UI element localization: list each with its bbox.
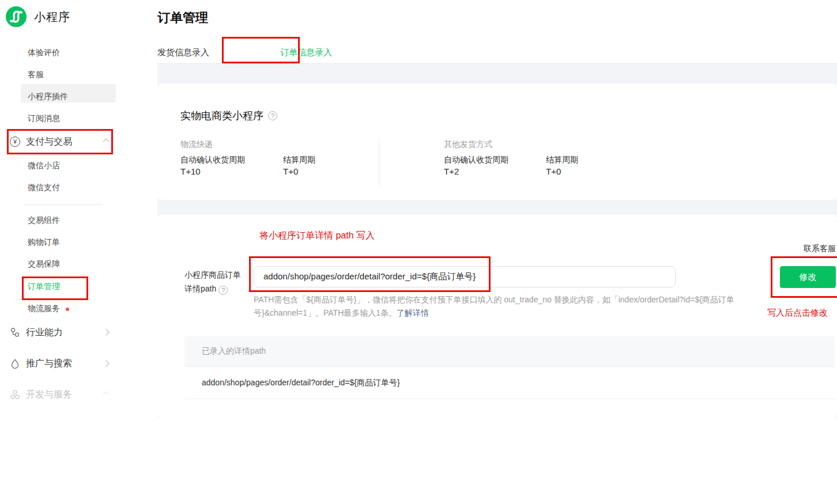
section-title: 实物电商类小程序 xyxy=(180,109,263,123)
help-question-icon[interactable]: ? xyxy=(218,286,228,295)
sidebar-item-customer-service[interactable]: 客服 xyxy=(0,64,157,86)
develop-service-icon xyxy=(10,389,20,400)
chevron-right-icon xyxy=(103,329,109,335)
entered-path-table: 已录入的详情path addon/shop/pages/order/detail… xyxy=(184,336,835,399)
metric-label: 自动确认收货周期 xyxy=(444,155,508,165)
sidebar-item-subscribe-message[interactable]: 订阅消息 xyxy=(0,108,157,130)
learn-more-link[interactable]: 了解详情 xyxy=(397,308,429,317)
sidebar-item-payment-and-trade[interactable]: ¥ 支付与交易 xyxy=(0,131,157,153)
promotion-search-icon xyxy=(10,358,20,369)
page: 小程序 体验评价 客服 小程序插件 订阅消息 ¥ 支付与交易 微信小店 微信支付… xyxy=(0,0,837,504)
field-label: 小程序商品订单 详情path? xyxy=(184,268,241,295)
sidebar-item-develop-and-service[interactable]: 开发与服务 xyxy=(0,384,157,406)
sidebar-item-experience-review[interactable]: 体验评价 xyxy=(0,42,157,64)
yen-circle-icon: ¥ xyxy=(10,137,20,147)
path-input[interactable] xyxy=(254,266,676,287)
sidebar-item-plugin[interactable]: 小程序插件 xyxy=(0,86,157,108)
app-logo-row: 小程序 xyxy=(6,6,70,27)
sidebar-item-industry-ability[interactable]: 行业能力 xyxy=(0,321,157,343)
page-title: 订单管理 xyxy=(157,9,208,26)
group-name-logistics-express: 物流快递 xyxy=(180,139,213,150)
chevron-up-icon xyxy=(103,138,109,145)
tab-bar: 发货信息录入 订单信息录入 xyxy=(157,47,332,58)
table-row: addon/shop/pages/order/detail?order_id=$… xyxy=(184,367,835,399)
chevron-right-icon xyxy=(103,360,109,366)
panel-path-entry: 将小程序订单详情 path 写入 联系客服 小程序商品订单 详情path? PA… xyxy=(157,215,837,418)
app-title: 小程序 xyxy=(34,9,70,25)
panel-overview: 实物电商类小程序 ? 物流快递 自动确认收货周期 T+10 结算周期 T+0 其… xyxy=(157,84,837,200)
table-header: 已录入的详情path xyxy=(184,336,835,367)
red-annotation-text: 将小程序订单详情 path 写入 xyxy=(259,230,375,242)
metric-value: T+0 xyxy=(283,166,298,176)
industry-ability-icon xyxy=(10,327,20,338)
sidebar-item-shopping-order[interactable]: 购物订单 xyxy=(0,232,157,253)
red-dot-badge xyxy=(66,308,69,311)
tab-order-info-entry[interactable]: 订单信息录入 xyxy=(280,47,332,58)
group-name-other-shipping: 其他发货方式 xyxy=(444,139,492,150)
help-text: PATH需包含「${商品订单号}」，微信将把你在支付预下单接口填入的 out_t… xyxy=(254,293,761,319)
sidebar: 小程序 体验评价 客服 小程序插件 订阅消息 ¥ 支付与交易 微信小店 微信支付… xyxy=(0,0,157,418)
sidebar-item-trade-component[interactable]: 交易组件 xyxy=(0,210,157,232)
metric-label: 结算周期 xyxy=(283,155,315,165)
sidebar-item-order-management[interactable]: 订单管理 xyxy=(0,276,157,298)
metric-label: 自动确认收货周期 xyxy=(180,155,245,165)
modify-button[interactable]: 修改 xyxy=(780,266,836,288)
sidebar-divider xyxy=(23,204,103,205)
tab-shipping-info-entry[interactable]: 发货信息录入 xyxy=(157,47,209,58)
metric-value: T+10 xyxy=(180,166,201,176)
wechat-miniprogram-logo-icon xyxy=(6,6,27,27)
metric-value: T+2 xyxy=(444,166,459,176)
metric-value: T+0 xyxy=(546,166,561,176)
sidebar-item-wechat-shop[interactable]: 微信小店 xyxy=(0,155,157,177)
sidebar-item-logistics-service[interactable]: 物流服务 xyxy=(0,298,157,320)
vertical-divider xyxy=(379,138,379,186)
contact-support-link[interactable]: 联系客服 xyxy=(804,244,836,254)
red-caption-text: 写入后点击修改 xyxy=(767,308,828,319)
help-question-icon[interactable]: ? xyxy=(268,111,277,120)
sidebar-item-trade-guarantee[interactable]: 交易保障 xyxy=(0,253,157,275)
chevron-up-icon xyxy=(103,391,109,397)
sidebar-item-wechat-pay[interactable]: 微信支付 xyxy=(0,177,157,199)
sidebar-item-promotion-and-search[interactable]: 推广与搜索 xyxy=(0,353,157,374)
metric-label: 结算周期 xyxy=(546,155,578,165)
